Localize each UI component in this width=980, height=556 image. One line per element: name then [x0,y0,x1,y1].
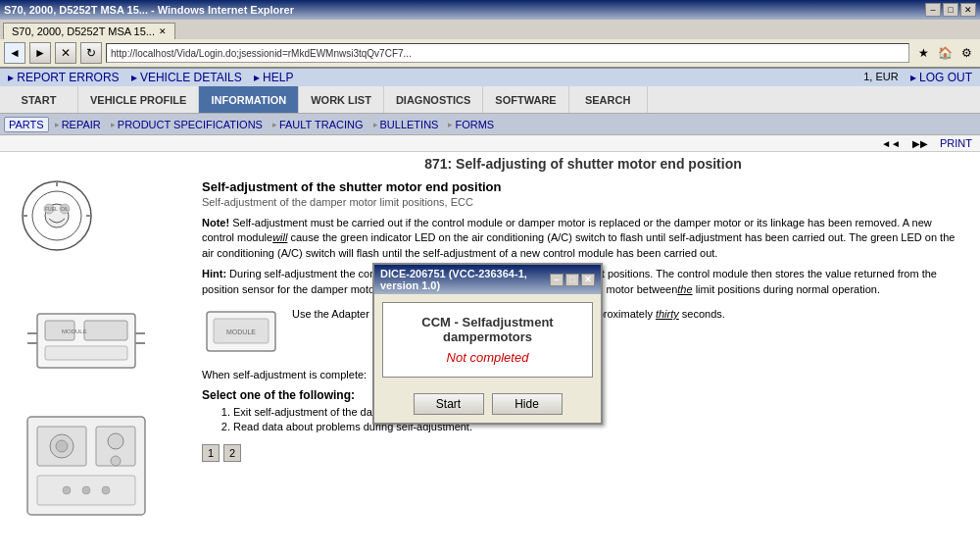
minimize-button[interactable]: – [925,3,941,17]
sub-nav-parts[interactable]: PARTS [4,117,49,132]
stop-button[interactable]: ✕ [55,42,76,64]
tab-close-icon[interactable]: ✕ [159,26,167,36]
note-label: Note! [202,217,229,228]
svg-point-27 [63,486,71,494]
main-navigation: START VEHICLE PROFILE INFORMATION WORK L… [0,86,980,114]
sub-nav-product-specs[interactable]: ▸PRODUCT SPECIFICATIONS [107,119,267,130]
nav-diagnostics[interactable]: DIAGNOSTICS [384,86,483,113]
hvac-illustration [8,407,165,534]
sub-nav-bulletins[interactable]: ▸BULLETINS [369,119,443,130]
nav-icons: ★ 🏠 ⚙ [913,43,976,63]
dialog-hide-button[interactable]: Hide [492,393,563,415]
pcb-illustration: MODULE [8,309,165,378]
page-num-2[interactable]: 2 [223,444,241,462]
settings-icon[interactable]: ⚙ [956,43,976,63]
currency-display: 1, EUR [863,71,898,84]
note-content: Self-adjustment must be carried out if t… [202,217,955,259]
dialog-buttons: Start Hide [374,385,601,423]
address-text: http://localhost/Vida/Login.do;jsessioni… [111,48,412,59]
sub-nav-fault-tracing[interactable]: ▸FAULT TRACING [269,119,368,130]
note-text: Note! Self-adjustment must be carried ou… [202,216,964,261]
browser-tab[interactable]: S70, 2000, D5252T MSA 15... ✕ [3,23,175,39]
title-bar-controls: – □ ✕ [925,3,976,17]
title-bar: S70, 2000, D5252T MSA 15... - Windows In… [0,0,980,20]
svg-text:FUEL: FUEL [45,206,58,212]
print-navigation: ◄◄ ▶▶ PRINT [0,135,980,152]
page-num-1[interactable]: 1 [202,444,220,462]
vehicle-details-link[interactable]: ▸ VEHICLE DETAILS [131,71,242,84]
sub-navigation: PARTS ▸REPAIR ▸PRODUCT SPECIFICATIONS ▸F… [0,114,980,135]
dialog-status: Not completed [395,350,580,365]
browser-toolbar: ◄ ► ✕ ↻ http://localhost/Vida/Login.do;j… [0,39,980,68]
print-link[interactable]: PRINT [940,137,972,149]
browser-tabs: S70, 2000, D5252T MSA 15... ✕ [0,20,980,39]
close-button[interactable]: ✕ [960,3,976,17]
dialog-title-controls: – □ ✕ [550,274,595,286]
svg-point-28 [82,486,90,494]
section-title: Self-adjustment of the shutter motor end… [202,179,964,194]
help-link[interactable]: ▸ HELP [254,71,294,84]
nav-work-list[interactable]: WORK LIST [299,86,384,113]
svg-point-29 [102,486,110,494]
svg-rect-13 [45,346,127,360]
engine-module-illustration: FUEL OIL [8,172,165,279]
page-title: 871: Self-adjusting of shutter motor end… [202,156,964,172]
nav-software[interactable]: SOFTWARE [483,86,568,113]
hint-label: Hint: [202,268,226,279]
section-subtitle: Self-adjustment of the damper motor limi… [202,196,964,208]
dialog-title-text: DICE-206751 (VCC-236364-1, version 1.0) [380,268,550,291]
home-icon[interactable]: 🏠 [935,43,955,63]
maximize-button[interactable]: □ [943,3,958,17]
svg-text:OIL: OIL [61,206,69,212]
tab-title: S70, 2000, D5252T MSA 15... [12,25,155,37]
sub-nav-repair[interactable]: ▸REPAIR [51,119,105,130]
dialog-minimize-button[interactable]: – [550,274,564,286]
title-bar-text: S70, 2000, D5252T MSA 15... - Windows In… [4,4,294,16]
refresh-button[interactable]: ↻ [80,42,102,64]
dialog-heading: CCM - Selfadjustment dampermotors [395,315,580,344]
address-bar[interactable]: http://localhost/Vida/Login.do;jsessioni… [106,43,909,63]
nav-information[interactable]: INFORMATION [199,86,299,113]
svg-point-24 [56,440,68,452]
dialog-close-button[interactable]: ✕ [581,274,595,286]
favorites-icon[interactable]: ★ [913,43,933,63]
small-module-image: MODULE [202,307,280,361]
dialog-body: CCM - Selfadjustment dampermotors Not co… [382,302,593,378]
prev-arrow[interactable]: ◄◄ [881,138,901,149]
svg-point-25 [108,433,123,449]
browser-chrome: S70, 2000, D5252T MSA 15... ✕ ◄ ► ✕ ↻ ht… [0,20,980,69]
dialog-restore-button[interactable]: □ [565,274,579,286]
app-content: ▸ REPORT ERRORS ▸ VEHICLE DETAILS ▸ HELP… [0,69,980,556]
page-numbers: 1 2 [202,444,964,462]
svg-text:MODULE: MODULE [62,329,87,334]
nav-start[interactable]: START [0,86,78,113]
dice-dialog: DICE-206751 (VCC-236364-1, version 1.0) … [372,263,603,425]
next-arrow[interactable]: ▶▶ [912,138,928,149]
forward-button[interactable]: ► [29,42,51,64]
nav-vehicle-profile[interactable]: VEHICLE PROFILE [78,86,199,113]
svg-point-26 [111,456,121,466]
back-button[interactable]: ◄ [4,42,25,64]
sub-nav-forms[interactable]: ▸FORMS [444,119,498,130]
logout-link[interactable]: ▸ LOG OUT [910,71,972,84]
report-errors-link[interactable]: ▸ REPORT ERRORS [8,71,120,84]
dialog-title-bar: DICE-206751 (VCC-236364-1, version 1.0) … [374,265,601,294]
svg-rect-12 [84,321,127,340]
dialog-start-button[interactable]: Start [414,393,484,415]
nav-search[interactable]: SEARCH [569,86,648,113]
svg-text:MODULE: MODULE [226,329,256,335]
